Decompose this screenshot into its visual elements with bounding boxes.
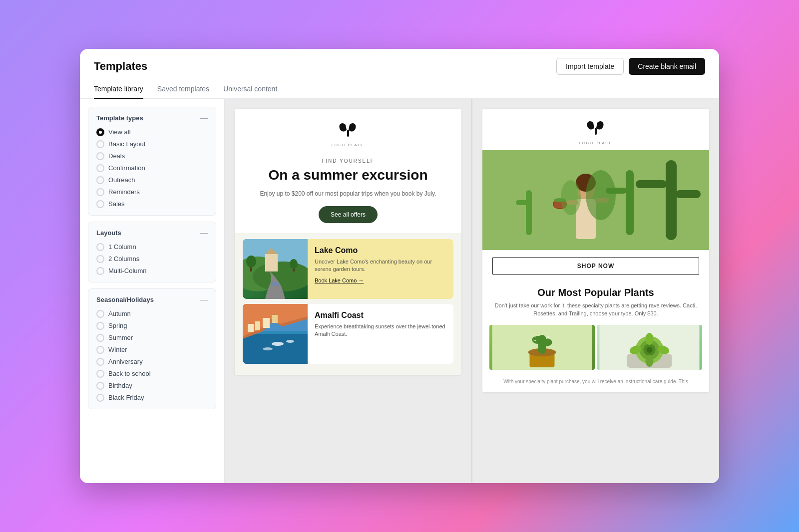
radio-winter[interactable]: Winter	[96, 346, 208, 354]
plant-thumb-2-svg	[597, 325, 702, 370]
radio-label-anniversary: Anniversary	[108, 358, 143, 365]
radio-back-to-school[interactable]: Back to school	[96, 370, 208, 378]
amalfi-title: Amalfi Coast	[315, 311, 446, 320]
radio-circle-spring	[96, 322, 104, 330]
email1-description: Enjoy up to $200 off our most popular tr…	[250, 189, 446, 198]
tabs-bar: Template library Saved templates Univers…	[80, 80, 719, 99]
filter-section-header-layouts: Layouts —	[96, 229, 208, 237]
radio-label-black-friday: Black Friday	[108, 394, 144, 401]
radio-multi-column[interactable]: Multi-Column	[96, 267, 208, 275]
plants-hero-svg	[482, 150, 709, 250]
email2-section-description: Don't just take our work for it, these s…	[482, 301, 709, 325]
radio-circle-birthday	[96, 382, 104, 390]
svg-rect-18	[263, 318, 270, 328]
radio-black-friday[interactable]: Black Friday	[96, 394, 208, 402]
email1-logo-area: LOGO PLACE	[235, 109, 461, 153]
preview-column-2: LOGO PLACE	[472, 99, 719, 484]
radio-circle-back-to-school	[96, 370, 104, 378]
tab-universal-content[interactable]: Universal content	[223, 80, 277, 99]
radio-label-summer: Summer	[108, 334, 133, 341]
logo-icon	[336, 121, 361, 141]
tab-saved-templates[interactable]: Saved templates	[157, 80, 209, 99]
email1-logo: LOGO PLACE	[332, 121, 365, 147]
radio-spring[interactable]: Spring	[96, 322, 208, 330]
header: Templates Import template Create blank e…	[80, 49, 719, 75]
email1-cta-button[interactable]: See all offers	[319, 206, 378, 223]
filter-section-layouts: Layouts — 1 Column 2 Columns Multi-Colum…	[88, 222, 216, 282]
radio-deals[interactable]: Deals	[96, 152, 208, 160]
radio-view-all[interactable]: View all	[96, 128, 208, 136]
svg-rect-4	[265, 254, 278, 271]
email1-logo-text: LOGO PLACE	[332, 143, 365, 147]
radio-outreach[interactable]: Outreach	[96, 176, 208, 184]
amalfi-description: Experience breathtaking sunsets over the…	[315, 323, 446, 338]
radio-label-sales: Sales	[108, 200, 125, 208]
radio-label-confirmation: Confirmation	[108, 164, 145, 172]
radio-circle-deals	[96, 152, 104, 160]
filter-section-title-seasonal: Seasonal/Holidays	[96, 296, 154, 303]
radio-label-view-all: View all	[108, 128, 131, 136]
filter-section-title-template-types: Template types	[96, 114, 143, 122]
radio-anniversary[interactable]: Anniversary	[96, 358, 208, 366]
svg-point-22	[263, 347, 273, 350]
radio-birthday[interactable]: Birthday	[96, 382, 208, 390]
radio-2-columns[interactable]: 2 Columns	[96, 255, 208, 263]
radio-group-template-types: View all Basic Layout Deals Confirmation	[96, 128, 208, 208]
svg-rect-0	[347, 130, 349, 137]
radio-sales[interactable]: Sales	[96, 200, 208, 208]
tab-template-library[interactable]: Template library	[94, 80, 143, 99]
svg-point-62	[646, 355, 654, 367]
svg-point-9	[290, 259, 298, 269]
radio-group-seasonal: Autumn Spring Summer Winter	[96, 310, 208, 402]
radio-reminders[interactable]: Reminders	[96, 188, 208, 196]
collapse-icon-seasonal[interactable]: —	[200, 296, 208, 304]
radio-label-spring: Spring	[108, 322, 127, 329]
svg-rect-17	[255, 321, 260, 330]
radio-autumn[interactable]: Autumn	[96, 310, 208, 318]
create-blank-email-button[interactable]: Create blank email	[629, 58, 705, 75]
filter-section-seasonal: Seasonal/Holidays — Autumn Spring Summer	[88, 288, 216, 409]
radio-summer[interactable]: Summer	[96, 334, 208, 342]
plant-thumb-1	[489, 325, 595, 370]
radio-label-multi-column: Multi-Column	[108, 267, 147, 274]
radio-1-column[interactable]: 1 Column	[96, 243, 208, 251]
svg-rect-31	[526, 190, 532, 235]
lake-como-title: Lake Como	[315, 246, 446, 255]
collapse-icon-layouts[interactable]: —	[200, 229, 208, 237]
radio-label-deals: Deals	[108, 152, 125, 160]
radio-circle-winter	[96, 346, 104, 354]
email2-hero-image	[482, 150, 709, 250]
email2-shop-button[interactable]: SHOP NOW	[492, 257, 699, 275]
collapse-icon-template-types[interactable]: —	[200, 114, 208, 122]
email2-plant-grid	[489, 325, 702, 370]
lake-como-link[interactable]: Book Lake Como →	[315, 277, 446, 283]
svg-rect-32	[516, 200, 532, 205]
preview-area: LOGO PLACE FIND YOURSELF On a summer exc…	[225, 99, 719, 484]
radio-circle-autumn	[96, 310, 104, 318]
email-template-plants[interactable]: LOGO PLACE	[482, 109, 709, 392]
email-template-summer[interactable]: LOGO PLACE FIND YOURSELF On a summer exc…	[235, 109, 461, 375]
travel-card-lake-como: Lake Como Uncover Lake Como's enchanting…	[243, 239, 453, 299]
radio-circle-basic-layout	[96, 140, 104, 148]
email2-logo: LOGO PLACE	[579, 119, 613, 145]
radio-circle-sales	[96, 200, 104, 208]
email1-subtitle: FIND YOURSELF	[250, 158, 446, 164]
svg-point-7	[246, 256, 256, 267]
svg-rect-29	[626, 170, 634, 235]
plants-logo-icon	[583, 119, 608, 139]
radio-circle-anniversary	[96, 358, 104, 366]
svg-rect-28	[676, 190, 701, 198]
amalfi-content: Amalfi Coast Experience breathtaking sun…	[308, 304, 453, 364]
svg-point-21	[286, 340, 294, 343]
radio-confirmation[interactable]: Confirmation	[96, 164, 208, 172]
lake-como-description: Uncover Lake Como's enchanting beauty on…	[315, 258, 446, 273]
lake-como-content: Lake Como Uncover Lake Como's enchanting…	[308, 239, 453, 299]
svg-rect-23	[595, 128, 597, 135]
radio-circle-1-column	[96, 243, 104, 251]
radio-label-outreach: Outreach	[108, 176, 135, 184]
email1-hero: FIND YOURSELF On a summer excursion Enjo…	[235, 153, 461, 234]
import-template-button[interactable]: Import template	[556, 58, 624, 75]
email2-logo-area: LOGO PLACE	[482, 109, 709, 150]
radio-basic-layout[interactable]: Basic Layout	[96, 140, 208, 148]
email2-section-title: Our Most Popular Plants	[482, 282, 709, 301]
